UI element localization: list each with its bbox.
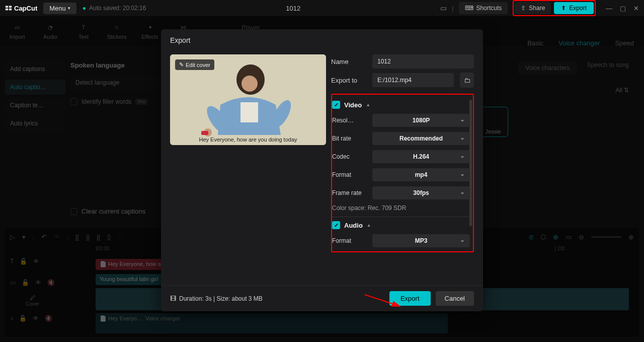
resolution-label: Resol… — [332, 117, 372, 124]
settings-highlight: ✓ Video ▲ Resol… 1080P Bit rate Recommen… — [331, 94, 474, 252]
pencil-icon: ✎ — [179, 61, 184, 68]
edit-cover-button[interactable]: ✎ Edit cover — [175, 59, 214, 70]
collapse-icon[interactable]: ▲ — [366, 102, 370, 107]
bitrate-select[interactable]: Recommended — [372, 132, 470, 145]
browse-folder-button[interactable]: 🗀 — [460, 73, 474, 88]
audio-format-select[interactable]: MP3 — [372, 234, 470, 247]
film-icon: 🎞 — [170, 295, 176, 302]
cancel-button[interactable]: Cancel — [436, 291, 474, 306]
export-summary: 🎞 Duration: 3s | Size: about 3 MB — [170, 295, 263, 302]
audio-format-label: Format — [332, 237, 372, 244]
exportto-path: E:/1012.mp4 — [372, 73, 454, 87]
modal-title: Export — [161, 29, 483, 49]
collapse-icon[interactable]: ▲ — [367, 223, 371, 228]
bitrate-label: Bit rate — [332, 135, 372, 142]
codec-label: Codec — [332, 153, 372, 160]
video-section-title: Video — [344, 101, 362, 109]
framerate-label: Frame rate — [332, 189, 372, 196]
colorspace-info: Color space: Rec. 709 SDR — [332, 204, 470, 212]
resolution-select[interactable]: 1080P — [372, 114, 470, 127]
format-select[interactable]: mp4 — [372, 168, 470, 181]
export-confirm-button[interactable]: Export — [389, 291, 431, 306]
name-label: Name — [331, 58, 366, 65]
format-label: Format — [332, 171, 372, 178]
video-checkbox[interactable]: ✓ — [332, 101, 340, 109]
svg-rect-7 — [240, 102, 258, 122]
cover-preview: ✎ Edit cover Hey Everyone, how are you d… — [170, 54, 326, 145]
audio-checkbox[interactable]: ✓ — [332, 221, 340, 229]
framerate-select[interactable]: 30fps — [372, 186, 470, 199]
folder-icon: 🗀 — [464, 77, 470, 84]
name-input[interactable] — [372, 54, 474, 69]
export-modal: Export ✎ — [161, 29, 483, 311]
audio-section-title: Audio — [344, 222, 363, 229]
codec-select[interactable]: H.264 — [372, 150, 470, 163]
cover-caption-text: Hey Everyone, how are you doing today — [199, 136, 297, 143]
exportto-label: Export to — [331, 77, 366, 84]
svg-rect-11 — [201, 131, 208, 135]
svg-point-6 — [242, 76, 258, 92]
